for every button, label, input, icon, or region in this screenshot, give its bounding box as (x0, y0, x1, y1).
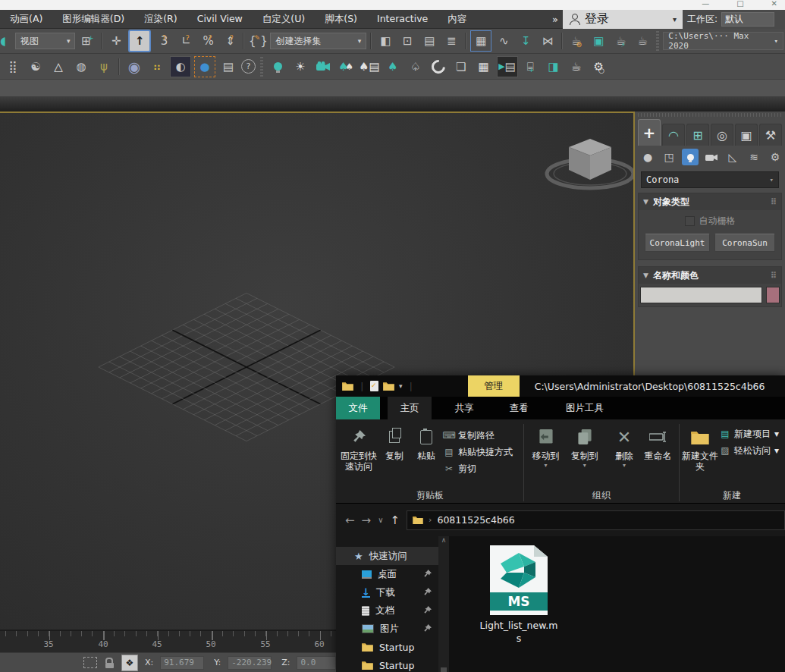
helpers-icon[interactable]: ◺ (724, 149, 741, 165)
autogrid-checkbox[interactable] (685, 216, 695, 226)
geometry-icon[interactable]: ● (639, 149, 656, 165)
systems-icon[interactable]: ⚙ (767, 149, 783, 165)
object-name-field[interactable] (640, 287, 762, 303)
forest-icon[interactable]: ♠♠ (336, 57, 356, 77)
render-region-icon[interactable]: ● (194, 56, 215, 77)
new-item-button[interactable]: ▤新建项目▾ (720, 427, 779, 441)
tab-picture-tools[interactable]: 图片工具 (551, 397, 618, 419)
rename-button[interactable]: 重命名 (639, 422, 677, 461)
quad-viewport-icon[interactable]: ▦ (474, 57, 494, 77)
tab-home[interactable]: 主页 (388, 397, 432, 419)
angle-snap-icon[interactable]: ∟ʔ (175, 31, 195, 51)
camera-add-icon[interactable]: ⌸+ (521, 57, 541, 77)
z-coordinate-field[interactable]: 0.0 (297, 656, 336, 670)
folder-icon[interactable] (342, 382, 353, 391)
signin-button[interactable]: 登录 ▾ (563, 10, 683, 29)
render-setup-icon[interactable]: ☕⚙ (567, 31, 586, 51)
array-icon[interactable]: ⣿ (3, 57, 23, 77)
category-dropdown[interactable]: Corona▾ (641, 171, 779, 188)
tab-view[interactable]: 查看 (497, 397, 541, 419)
back-icon[interactable]: ← (345, 513, 355, 527)
menu-graph-editors[interactable]: 图形编辑器(D) (52, 10, 134, 28)
mirror-icon[interactable]: ◧ (375, 31, 395, 51)
paste-button[interactable]: 粘贴 (410, 422, 442, 461)
sidebar-scrollbar[interactable]: ∧ (438, 536, 449, 672)
paste-shortcut-button[interactable]: ▤粘贴快捷方式 (444, 445, 513, 459)
lights-icon[interactable] (682, 149, 699, 165)
side-panel-icon[interactable]: ◨ (544, 57, 564, 77)
sidebar-item-downloads[interactable]: ↓ 下载 (336, 583, 438, 601)
snaps-toggle-icon[interactable]: 3ʔ (153, 31, 173, 51)
absolute-mode-icon[interactable]: ❖ (121, 655, 138, 671)
color-balls-icon[interactable]: ⠶ (147, 57, 167, 77)
select-and-link-icon[interactable]: ⊞+ (77, 31, 97, 51)
pin-quick-access-button[interactable]: 固定到快速访问 (339, 422, 378, 473)
copy-button[interactable]: 复制 (378, 422, 410, 461)
signin-dropdown-icon[interactable]: ▾ (673, 15, 677, 24)
y-coordinate-field[interactable]: -220.239 (228, 656, 272, 670)
toolbox-icon[interactable]: ▤ (419, 31, 439, 51)
up-icon[interactable]: ↑ (390, 513, 400, 527)
qat-customize-icon[interactable]: ▾ (399, 382, 403, 390)
selection-region-icon[interactable] (83, 657, 97, 668)
easy-access-button[interactable]: ▨轻松访问▾ (720, 444, 779, 457)
delete-button[interactable]: ✕ 删除▾ (609, 422, 639, 467)
move-to-button[interactable]: 移动到▾ (526, 422, 565, 467)
render-iterative-icon[interactable]: ☕ (633, 31, 652, 51)
new-folder-qat-icon[interactable] (383, 382, 394, 391)
tab-motion[interactable]: ◎ (711, 124, 733, 146)
light-icon[interactable] (268, 57, 287, 77)
menu-customize[interactable]: 自定义(U) (253, 10, 315, 28)
layered-images-icon[interactable]: ❏ (451, 57, 471, 77)
scroll-up-icon[interactable]: ∧ (441, 536, 447, 544)
named-selection-dropdown[interactable]: 创建选择集▾ (270, 33, 366, 49)
cut-button[interactable]: ✂剪切 (444, 462, 513, 476)
corona-sun-button[interactable]: CoronaSun (714, 234, 775, 252)
selection-lock-icon[interactable] (104, 658, 115, 668)
drag-dots-icon[interactable]: ⠿ (770, 197, 777, 207)
close-icon[interactable]: ✕ (771, 0, 777, 8)
axis-tripod-icon[interactable]: △ (49, 57, 68, 77)
space-warps-icon[interactable]: ≋ (746, 149, 762, 165)
tab-file[interactable]: 文件 (336, 397, 380, 419)
bulb-gear-icon[interactable]: ⚙○ (589, 57, 609, 77)
help-icon[interactable]: ? (241, 59, 256, 74)
sun-icon[interactable]: ☀ (290, 57, 310, 77)
workspace-dropdown[interactable]: 默认 (721, 12, 774, 27)
corona-light-button[interactable]: CoronaLight (645, 234, 710, 252)
properties-check-icon[interactable] (370, 381, 378, 391)
forward-icon[interactable]: → (362, 513, 372, 527)
tab-create[interactable]: + (638, 119, 661, 146)
tab-share[interactable]: 共享 (442, 397, 486, 419)
menu-interactive[interactable]: Interactive (367, 10, 438, 28)
video-player-icon[interactable]: ▶▤ (497, 56, 518, 77)
menu-scripting[interactable]: 脚本(S) (315, 10, 367, 28)
script-listener-icon[interactable]: ▤ (218, 57, 238, 77)
sidebar-item-startup-2[interactable]: Startup (336, 656, 438, 672)
panel-grip[interactable] (638, 113, 782, 117)
dope-sheet-icon[interactable]: ∿ (494, 31, 513, 51)
sidebar-item-startup[interactable]: Startup (336, 638, 438, 656)
manage-ribbon-tab[interactable]: 管理 (468, 375, 520, 397)
grass-icon[interactable]: ψ (94, 57, 114, 77)
tab-utilities[interactable]: ⚒ (759, 124, 782, 146)
tab-display[interactable]: ▣ (735, 124, 758, 146)
rendered-frame-window-icon[interactable]: ▣ (589, 31, 608, 51)
align-icon[interactable]: ⊡ (397, 31, 417, 51)
copy-path-button[interactable]: ⌨复制路径 (444, 429, 513, 442)
spinner-snap-icon[interactable]: ⇕ʔ (219, 31, 239, 51)
sidebar-item-pictures[interactable]: 图片 (336, 620, 438, 638)
minimize-icon[interactable]: — (702, 0, 709, 8)
spheres-icon[interactable]: ☯ (26, 57, 46, 77)
copy-to-button[interactable]: 复制到▾ (565, 422, 604, 467)
menu-rendering[interactable]: 渲染(R) (134, 10, 187, 28)
globe-icon[interactable]: ◍ (71, 57, 91, 77)
file-list[interactable]: MS Light_list_new.ms (449, 536, 785, 672)
object-color-swatch[interactable] (766, 287, 780, 303)
corona-logo-icon[interactable] (429, 57, 448, 77)
curve-editor-icon[interactable]: ▦ (470, 30, 491, 52)
x-coordinate-field[interactable]: 91.679 (160, 656, 204, 670)
tab-hierarchy[interactable]: ⊞ (686, 124, 709, 146)
quick-access-header[interactable]: ★ 快速访问 (336, 547, 438, 565)
tree-page-icon[interactable]: ♤ (406, 57, 425, 77)
